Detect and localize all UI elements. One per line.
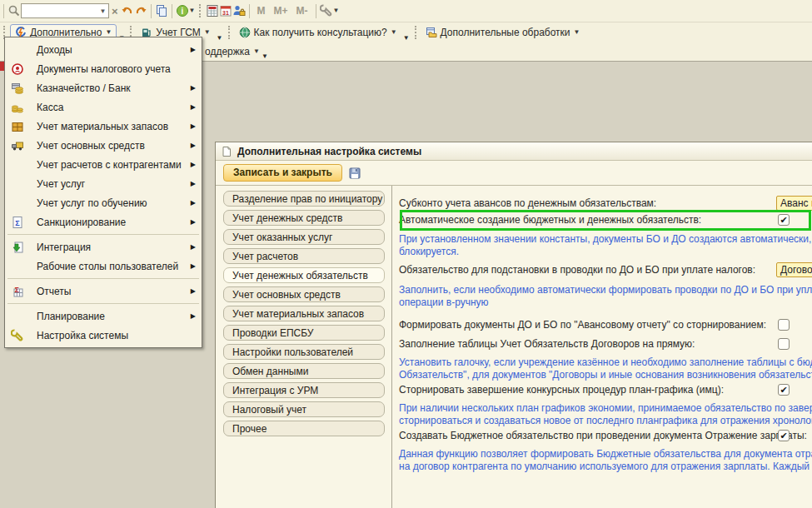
submenu-arrow-icon: ▶ bbox=[187, 161, 196, 168]
menu-item-dokumenty-nalogovogo-ucheta[interactable]: Документы налогового учета bbox=[6, 59, 201, 78]
info-icon[interactable]: i bbox=[176, 4, 189, 17]
save-icon[interactable] bbox=[348, 167, 361, 180]
calendar-icon[interactable]: 31 bbox=[219, 4, 232, 17]
services-wrench-icon[interactable] bbox=[320, 4, 333, 17]
menu-item-kassa[interactable]: Касса ▶ bbox=[6, 97, 201, 117]
submenu-arrow-icon: ▶ bbox=[187, 46, 196, 53]
setting-row-subkonto: Субконто учета авансов по денежным обяза… bbox=[399, 197, 812, 209]
hint-line: сторнироваться и создаваться новое от по… bbox=[399, 415, 812, 427]
hint-line: на договор контрагента по умолчанию испо… bbox=[399, 461, 812, 473]
consultation-button[interactable]: Как получить консультацию? ▼ bbox=[235, 25, 401, 40]
toolbar-overflow-icon[interactable]: ▼ bbox=[217, 35, 223, 42]
dialog-titlebar[interactable]: Дополнительная настройка системы bbox=[216, 142, 812, 161]
truck-icon bbox=[11, 139, 25, 152]
svg-text:i: i bbox=[181, 7, 183, 16]
consultation-label: Как получить консультацию? bbox=[254, 27, 387, 38]
settings-dialog: Дополнительная настройка системы Записат… bbox=[215, 142, 812, 508]
menu-item-integraciya[interactable]: Интеграция ▶ bbox=[6, 237, 201, 256]
obyazatelstvo-value-field[interactable]: Догово bbox=[776, 262, 812, 277]
submenu-arrow-icon: ▶ bbox=[187, 287, 196, 295]
menu-icon-spacer bbox=[11, 43, 25, 57]
memory-m-button[interactable]: M bbox=[253, 5, 270, 17]
globe-icon bbox=[239, 27, 251, 38]
toolbar-separator bbox=[316, 4, 316, 18]
chevron-down-icon: ▼ bbox=[253, 48, 260, 55]
menu-item-uchet-materialnyh-zapasov[interactable]: Учет материальных запасов ▶ bbox=[6, 117, 201, 136]
user-lock-icon[interactable] bbox=[232, 4, 246, 17]
toolbar-overflow-icon[interactable]: ▼ bbox=[262, 53, 268, 60]
hint-line: операции в-ручную bbox=[399, 296, 812, 309]
clear-search-icon[interactable]: × bbox=[109, 5, 121, 17]
copy-icon[interactable] bbox=[155, 4, 168, 17]
setting-row-storno-avans: Формировать документы ДО и БО по "Авансо… bbox=[399, 319, 812, 331]
zapolnenie-checkbox[interactable] bbox=[778, 338, 790, 350]
submenu-arrow-icon: ▶ bbox=[187, 103, 196, 111]
tab-uchet-osnovnyh-sredstv[interactable]: Учет основных средств bbox=[223, 286, 385, 302]
hint-line: Заполнить, если необходимо автоматически… bbox=[399, 284, 812, 296]
tab-uchet-denezhnyh-obyazatelstv[interactable]: Учет денежных обязательств bbox=[223, 267, 385, 283]
menu-item-uchet-osnovnyh-sredstv[interactable]: Учет основных средств ▶ bbox=[6, 136, 201, 155]
setting-row-stornirovat-konkurs: Сторнировать завершение конкурсных проце… bbox=[399, 384, 812, 396]
stornirovat-label: Сторнировать завершение конкурсных проце… bbox=[399, 384, 724, 396]
tab-uchet-okazannyh-uslug[interactable]: Учет оказанных услуг bbox=[223, 229, 385, 245]
submenu-arrow-icon: ▶ bbox=[187, 199, 196, 207]
menu-item-dohody[interactable]: Доходы ▶ bbox=[6, 40, 201, 59]
search-icon[interactable] bbox=[7, 4, 21, 17]
menu-icon-spacer bbox=[11, 197, 25, 210]
menu-item-planirovanie[interactable]: Планирование ▶ bbox=[6, 306, 201, 326]
subkonto-value-field[interactable]: Аванс п bbox=[776, 196, 812, 211]
settings-content: Субконто учета авансов по денежным обяза… bbox=[392, 186, 812, 508]
toolbar-drag-handle[interactable] bbox=[199, 4, 202, 17]
zapolnenie-label: Заполнение таблицы Учет Обязательств Дог… bbox=[399, 338, 695, 350]
memory-mplus-button[interactable]: M+ bbox=[270, 5, 292, 17]
tab-provodki-epsbu[interactable]: Проводки ЕПСБУ bbox=[223, 325, 385, 341]
submenu-arrow-icon: ▶ bbox=[187, 218, 196, 226]
menu-item-nastroyka-sistemy[interactable]: Настройка системы bbox=[6, 326, 201, 345]
dialog-body: Разделение прав по инициатору Учет денеж… bbox=[216, 186, 812, 508]
menu-item-rabochie-stoly[interactable]: Рабочие столы пользователей ▶ bbox=[6, 256, 201, 276]
tab-uchet-raschetov[interactable]: Учет расчетов bbox=[223, 248, 385, 264]
submenu-arrow-icon: ▶ bbox=[187, 180, 196, 187]
tax-emblem-icon bbox=[11, 62, 25, 76]
wrench-yellow-icon bbox=[11, 329, 25, 342]
menu-item-sankcionirovanie[interactable]: Σ Санкционирование ▶ bbox=[6, 212, 201, 232]
tab-razdelenie-prav[interactable]: Разделение прав по инициатору bbox=[223, 191, 385, 207]
view-prev-icon[interactable] bbox=[121, 4, 134, 17]
menu-item-otchety[interactable]: Σ Отчеты ▶ bbox=[6, 281, 201, 301]
toolbar-drag-handle[interactable] bbox=[415, 26, 418, 39]
menu-item-uchet-uslug[interactable]: Учет услуг ▶ bbox=[6, 174, 201, 193]
submenu-arrow-icon: ▶ bbox=[187, 312, 196, 320]
stornirovat-checkbox[interactable]: ✔ bbox=[778, 384, 790, 396]
search-input[interactable]: ▼ bbox=[21, 3, 109, 18]
menu-item-uchet-uslug-po-obucheniyu[interactable]: Учет услуг по обучению ▶ bbox=[6, 193, 201, 212]
hint-line: При наличии нескольких план графиков эко… bbox=[399, 402, 812, 415]
toolbar-overflow-icon[interactable]: ▼ bbox=[403, 35, 410, 42]
support-button[interactable]: оддержка bbox=[205, 46, 250, 57]
memory-mminus-button[interactable]: M- bbox=[292, 5, 312, 17]
sozdavat-bo-checkbox[interactable]: ✔ bbox=[778, 430, 790, 441]
toolbar-drag-handle[interactable] bbox=[228, 26, 232, 39]
menu-item-kaznacheystvo-bank[interactable]: Казначейство / Банк ▶ bbox=[6, 78, 201, 97]
tab-nalogovyy-uchet[interactable]: Налоговый учет bbox=[223, 401, 385, 417]
storno-avans-checkbox[interactable] bbox=[778, 319, 790, 331]
extra-processing-button[interactable]: Дополнительные обработки ▼ bbox=[421, 25, 585, 40]
tab-integraciya-s-urm[interactable]: Интеграция с УРМ bbox=[223, 382, 385, 398]
svg-text:31: 31 bbox=[222, 10, 229, 16]
tab-uchet-denezhnyh-sredstv[interactable]: Учет денежных средств bbox=[223, 210, 385, 226]
save-and-close-button[interactable]: Записать и закрыть bbox=[223, 164, 342, 182]
search-dropdown-icon[interactable]: ▼ bbox=[97, 7, 108, 15]
tab-uchet-materialnyh-zapasov[interactable]: Учет материальных запасов bbox=[223, 306, 385, 321]
tab-prochee[interactable]: Прочее bbox=[223, 421, 385, 436]
auto-create-checkbox[interactable]: ✔ bbox=[778, 214, 790, 226]
services-dropdown-icon[interactable]: ▼ bbox=[333, 7, 340, 14]
tab-obmen-dannymi[interactable]: Обмен данными bbox=[223, 363, 385, 379]
hint-line: блокируется. bbox=[399, 246, 812, 258]
tab-nastroyki-polzovateley[interactable]: Настройки пользователей bbox=[223, 344, 385, 360]
calculator-icon[interactable] bbox=[206, 4, 219, 17]
info-dropdown-icon[interactable]: ▼ bbox=[189, 7, 196, 14]
main-toolbar: ▼ × i ▼ 31 M M+ M- bbox=[0, 0, 812, 22]
view-next-icon[interactable] bbox=[134, 4, 147, 17]
setting-row-auto-create: Автоматическое создание бюджетных и дене… bbox=[399, 214, 812, 226]
menu-item-uchet-raschetov-s-kontragentami[interactable]: Учет расчетов с контрагентами ▶ bbox=[6, 155, 201, 174]
setting-row-sozdavat-bo: Создавать Бюджетное обязательство при пр… bbox=[399, 430, 812, 441]
